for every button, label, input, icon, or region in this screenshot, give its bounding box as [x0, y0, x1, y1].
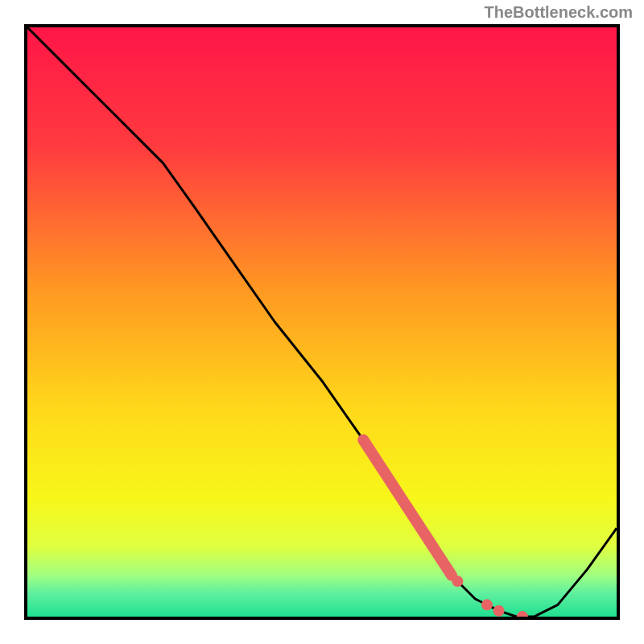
highlight-dot: [481, 599, 493, 610]
chart-svg: [27, 27, 617, 617]
watermark-text: TheBottleneck.com: [485, 3, 633, 22]
chart-container: TheBottleneck.com: [0, 0, 644, 644]
highlight-dot: [452, 576, 463, 587]
chart-box: [24, 24, 620, 620]
highlight-dot: [493, 605, 505, 617]
